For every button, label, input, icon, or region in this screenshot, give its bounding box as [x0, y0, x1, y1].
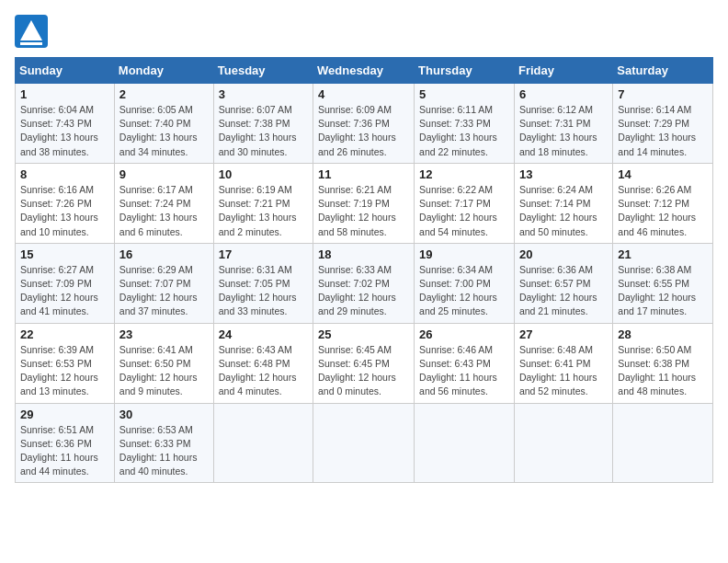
logo	[15, 15, 55, 48]
calendar-cell: 18Sunrise: 6:33 AMSunset: 7:02 PMDayligh…	[313, 243, 415, 323]
calendar-cell: 13Sunrise: 6:24 AMSunset: 7:14 PMDayligh…	[514, 163, 612, 243]
calendar-week-4: 22Sunrise: 6:39 AMSunset: 6:53 PMDayligh…	[16, 323, 713, 403]
day-number: 4	[318, 87, 409, 101]
day-number: 23	[119, 327, 209, 341]
day-number: 3	[219, 87, 308, 101]
cell-info: Sunrise: 6:05 AMSunset: 7:40 PMDaylight:…	[119, 103, 209, 159]
cell-info: Sunrise: 6:07 AMSunset: 7:38 PMDaylight:…	[219, 103, 308, 159]
calendar-cell	[514, 403, 612, 483]
day-number: 13	[519, 167, 608, 181]
day-number: 14	[618, 167, 708, 181]
cell-info: Sunrise: 6:27 AMSunset: 7:09 PMDaylight:…	[20, 263, 109, 319]
calendar-cell: 11Sunrise: 6:21 AMSunset: 7:19 PMDayligh…	[313, 163, 415, 243]
calendar-cell: 10Sunrise: 6:19 AMSunset: 7:21 PMDayligh…	[213, 163, 313, 243]
cell-info: Sunrise: 6:29 AMSunset: 7:07 PMDaylight:…	[119, 263, 209, 319]
cell-info: Sunrise: 6:14 AMSunset: 7:29 PMDaylight:…	[618, 103, 708, 159]
cell-info: Sunrise: 6:04 AMSunset: 7:43 PMDaylight:…	[20, 103, 109, 159]
day-number: 20	[519, 247, 608, 261]
cell-info: Sunrise: 6:48 AMSunset: 6:41 PMDaylight:…	[519, 343, 608, 399]
svg-rect-2	[20, 42, 42, 45]
calendar-cell: 5Sunrise: 6:11 AMSunset: 7:33 PMDaylight…	[415, 84, 515, 164]
cell-info: Sunrise: 6:36 AMSunset: 6:57 PMDaylight:…	[519, 263, 608, 319]
column-header-tuesday: Tuesday	[213, 58, 313, 84]
day-number: 29	[20, 408, 109, 421]
day-number: 8	[20, 167, 109, 181]
column-header-saturday: Saturday	[613, 58, 713, 84]
calendar-week-3: 15Sunrise: 6:27 AMSunset: 7:09 PMDayligh…	[16, 243, 713, 323]
day-number: 1	[20, 87, 109, 101]
calendar-cell: 20Sunrise: 6:36 AMSunset: 6:57 PMDayligh…	[514, 243, 612, 323]
day-number: 2	[119, 87, 209, 101]
cell-info: Sunrise: 6:50 AMSunset: 6:38 PMDaylight:…	[618, 343, 708, 399]
calendar-cell	[613, 403, 713, 483]
day-number: 12	[419, 167, 509, 181]
cell-info: Sunrise: 6:46 AMSunset: 6:43 PMDaylight:…	[419, 343, 509, 399]
calendar-week-2: 8Sunrise: 6:16 AMSunset: 7:26 PMDaylight…	[16, 163, 713, 243]
day-number: 5	[419, 87, 509, 101]
column-header-friday: Friday	[514, 58, 612, 84]
calendar-cell: 16Sunrise: 6:29 AMSunset: 7:07 PMDayligh…	[114, 243, 213, 323]
cell-info: Sunrise: 6:16 AMSunset: 7:26 PMDaylight:…	[20, 183, 109, 239]
calendar-body: 1Sunrise: 6:04 AMSunset: 7:43 PMDaylight…	[16, 84, 713, 483]
day-number: 28	[618, 327, 708, 341]
page-header	[15, 15, 713, 48]
calendar-cell: 29Sunrise: 6:51 AMSunset: 6:36 PMDayligh…	[16, 403, 115, 483]
day-number: 15	[20, 247, 109, 261]
calendar-cell	[213, 403, 313, 483]
day-number: 9	[119, 167, 209, 181]
cell-info: Sunrise: 6:19 AMSunset: 7:21 PMDaylight:…	[219, 183, 308, 239]
calendar-cell: 2Sunrise: 6:05 AMSunset: 7:40 PMDaylight…	[114, 84, 213, 164]
day-number: 11	[318, 167, 409, 181]
column-header-monday: Monday	[114, 58, 213, 84]
cell-info: Sunrise: 6:21 AMSunset: 7:19 PMDaylight:…	[318, 183, 409, 239]
day-number: 30	[119, 408, 209, 421]
calendar-cell: 30Sunrise: 6:53 AMSunset: 6:33 PMDayligh…	[114, 403, 213, 483]
cell-info: Sunrise: 6:53 AMSunset: 6:33 PMDaylight:…	[119, 423, 209, 479]
day-number: 27	[519, 327, 608, 341]
column-header-wednesday: Wednesday	[313, 58, 415, 84]
cell-info: Sunrise: 6:33 AMSunset: 7:02 PMDaylight:…	[318, 263, 409, 319]
calendar-cell: 3Sunrise: 6:07 AMSunset: 7:38 PMDaylight…	[213, 84, 313, 164]
cell-info: Sunrise: 6:41 AMSunset: 6:50 PMDaylight:…	[119, 343, 209, 399]
calendar-cell: 21Sunrise: 6:38 AMSunset: 6:55 PMDayligh…	[613, 243, 713, 323]
calendar-cell: 19Sunrise: 6:34 AMSunset: 7:00 PMDayligh…	[415, 243, 515, 323]
calendar-cell: 17Sunrise: 6:31 AMSunset: 7:05 PMDayligh…	[213, 243, 313, 323]
day-number: 26	[419, 327, 509, 341]
calendar-cell: 7Sunrise: 6:14 AMSunset: 7:29 PMDaylight…	[613, 84, 713, 164]
day-number: 21	[618, 247, 708, 261]
calendar-cell: 14Sunrise: 6:26 AMSunset: 7:12 PMDayligh…	[613, 163, 713, 243]
calendar-cell: 27Sunrise: 6:48 AMSunset: 6:41 PMDayligh…	[514, 323, 612, 403]
cell-info: Sunrise: 6:22 AMSunset: 7:17 PMDaylight:…	[419, 183, 509, 239]
day-number: 10	[219, 167, 308, 181]
cell-info: Sunrise: 6:17 AMSunset: 7:24 PMDaylight:…	[119, 183, 209, 239]
cell-info: Sunrise: 6:38 AMSunset: 6:55 PMDaylight:…	[618, 263, 708, 319]
calendar-cell: 9Sunrise: 6:17 AMSunset: 7:24 PMDaylight…	[114, 163, 213, 243]
calendar-cell: 28Sunrise: 6:50 AMSunset: 6:38 PMDayligh…	[613, 323, 713, 403]
day-number: 25	[318, 327, 409, 341]
cell-info: Sunrise: 6:11 AMSunset: 7:33 PMDaylight:…	[419, 103, 509, 159]
column-header-thursday: Thursday	[415, 58, 515, 84]
calendar-cell	[415, 403, 515, 483]
cell-info: Sunrise: 6:12 AMSunset: 7:31 PMDaylight:…	[519, 103, 608, 159]
cell-info: Sunrise: 6:34 AMSunset: 7:00 PMDaylight:…	[419, 263, 509, 319]
day-number: 6	[519, 87, 608, 101]
cell-info: Sunrise: 6:26 AMSunset: 7:12 PMDaylight:…	[618, 183, 708, 239]
calendar-cell: 1Sunrise: 6:04 AMSunset: 7:43 PMDaylight…	[16, 84, 115, 164]
calendar-cell: 8Sunrise: 6:16 AMSunset: 7:26 PMDaylight…	[16, 163, 115, 243]
calendar-cell: 25Sunrise: 6:45 AMSunset: 6:45 PMDayligh…	[313, 323, 415, 403]
cell-info: Sunrise: 6:39 AMSunset: 6:53 PMDaylight:…	[20, 343, 109, 399]
day-number: 18	[318, 247, 409, 261]
calendar-cell: 4Sunrise: 6:09 AMSunset: 7:36 PMDaylight…	[313, 84, 415, 164]
calendar-cell: 6Sunrise: 6:12 AMSunset: 7:31 PMDaylight…	[514, 84, 612, 164]
column-header-sunday: Sunday	[16, 58, 115, 84]
day-number: 24	[219, 327, 308, 341]
calendar-cell: 15Sunrise: 6:27 AMSunset: 7:09 PMDayligh…	[16, 243, 115, 323]
calendar-cell: 24Sunrise: 6:43 AMSunset: 6:48 PMDayligh…	[213, 323, 313, 403]
day-number: 16	[119, 247, 209, 261]
calendar-week-1: 1Sunrise: 6:04 AMSunset: 7:43 PMDaylight…	[16, 84, 713, 164]
cell-info: Sunrise: 6:45 AMSunset: 6:45 PMDaylight:…	[318, 343, 409, 399]
cell-info: Sunrise: 6:51 AMSunset: 6:36 PMDaylight:…	[20, 423, 109, 479]
day-number: 19	[419, 247, 509, 261]
calendar-cell: 23Sunrise: 6:41 AMSunset: 6:50 PMDayligh…	[114, 323, 213, 403]
cell-info: Sunrise: 6:09 AMSunset: 7:36 PMDaylight:…	[318, 103, 409, 159]
